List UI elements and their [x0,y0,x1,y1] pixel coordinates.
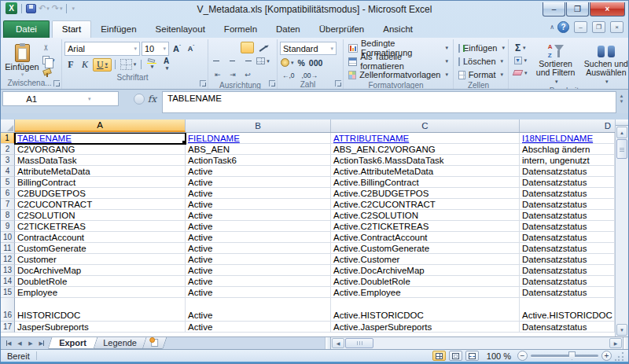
row-header-5[interactable]: 5 [1,177,15,188]
cell-B14[interactable]: Active [186,276,331,287]
ribbon-tab-ansicht[interactable]: Ansicht [373,21,422,38]
underline-button[interactable]: U [93,58,112,72]
increase-decimal-button[interactable]: ←,0 [280,70,297,81]
cell-C4[interactable]: Active.AttributeMetaData [331,166,520,177]
cut-button[interactable]: ✂ [41,42,57,53]
font-color-button[interactable]: A [160,58,173,71]
page-layout-view-button[interactable] [449,351,462,361]
cell-D17[interactable]: Datensatzstatus [520,322,615,333]
cell-D9[interactable]: Datensatzstatus [520,221,615,232]
workbook-close-button[interactable]: × [610,21,623,33]
font-size-combo[interactable]: 10▾ [142,42,169,56]
comma-style-button[interactable]: 000 [308,57,324,68]
ribbon-tab-formeln[interactable]: Formeln [215,21,267,38]
close-button[interactable]: × [590,2,625,17]
vertical-scroll-thumb[interactable] [616,139,627,159]
cell-C1[interactable]: ATTRIBUTENAME [331,133,520,144]
scroll-right-button[interactable]: ▶ [609,338,622,348]
cell-A3[interactable]: MassDataTask [15,155,186,166]
wrap-text-button[interactable]: ↩ [241,68,255,81]
zoom-slider[interactable] [531,355,598,357]
cell-D5[interactable]: Datensatzstatus [520,177,615,188]
cell-D16[interactable]: Active.HISTORICDOC [520,298,615,322]
shrink-font-button[interactable]: Aˇ [185,42,197,56]
cell-A10[interactable]: ContractAccount [15,232,186,243]
horizontal-scroll-track[interactable] [373,337,609,349]
cell-B10[interactable]: Active [186,232,331,243]
cell-B4[interactable]: Active [186,166,331,177]
cell-B13[interactable]: Active [186,265,331,276]
horizontal-split-box[interactable] [623,337,628,349]
previous-sheet-button[interactable]: ◀ [15,339,24,348]
page-break-view-button[interactable] [465,351,479,361]
cell-C8[interactable]: Active.C2SOLUTION [331,210,520,221]
cell-A9[interactable]: C2TICKETREAS [15,221,186,232]
horizontal-scroll-thumb[interactable] [345,338,373,348]
column-header-C[interactable]: C [331,119,520,132]
cell-A11[interactable]: CustomGenerate [15,243,186,254]
font-dialog-launcher[interactable] [200,80,206,86]
cell-D15[interactable]: Datensatzstatus [520,287,615,298]
cell-C15[interactable]: Active.Employee [331,287,520,298]
cell-B16[interactable]: Active [186,298,331,322]
cell-B8[interactable]: Active [186,210,331,221]
cell-D3[interactable]: intern, ungenutzt [520,155,615,166]
cell-D8[interactable]: Datensatzstatus [520,210,615,221]
fill-button[interactable]: ▼ [511,54,530,66]
redo-dropdown-icon[interactable]: ▾ [60,6,63,12]
workbook-restore-button[interactable]: ❐ [592,21,605,33]
cell-A14[interactable]: DoubletRole [15,276,186,287]
cell-C5[interactable]: Active.BillingContract [331,177,520,188]
row-header-4[interactable]: 4 [1,166,15,177]
maximize-button[interactable]: ❐ [566,2,589,17]
cell-B17[interactable]: Active [186,322,331,333]
align-left-button[interactable] [211,55,224,67]
row-header-1[interactable]: 1 [1,133,15,144]
percent-style-button[interactable]: % [297,57,306,68]
cell-B5[interactable]: Active [186,177,331,188]
help-icon[interactable]: ? [557,21,569,33]
cell-A2[interactable]: C2VORGANG [15,144,186,155]
cell-A6[interactable]: C2BUDGETPOS [15,188,186,199]
row-header-9[interactable]: 9 [1,221,15,232]
format-painter-button[interactable] [41,67,57,79]
select-all-corner[interactable] [1,119,15,132]
align-bottom-button[interactable] [241,42,254,53]
expand-formula-bar-button[interactable]: ▲▼ [616,91,627,113]
undo-button[interactable]: ↶▾ [39,3,50,13]
cell-C17[interactable]: Active.JasperSubreports [331,322,520,333]
italic-button[interactable]: K [79,58,91,72]
cell-C12[interactable]: Active.Customer [331,254,520,265]
scroll-up-button[interactable]: ▲ [616,127,627,138]
cell-styles-button[interactable]: Zellenformatvorlagen [346,68,451,81]
cell-D7[interactable]: Datensatzstatus [520,199,615,210]
bold-button[interactable]: F [64,58,77,72]
autosum-button[interactable]: Σ [511,42,530,53]
format-cells-button[interactable]: Format [456,68,506,81]
row-header-16[interactable]: 16 [1,298,15,322]
increase-indent-button[interactable]: ⇥ [226,68,240,81]
align-right-button[interactable] [241,55,254,67]
cell-C9[interactable]: Active.C2TICKETREAS [331,221,520,232]
cell-A7[interactable]: C2CUCONTRACT [15,199,186,210]
column-header-B[interactable]: B [186,119,331,132]
cell-B6[interactable]: Active [186,188,331,199]
sheet-tab-legende[interactable]: Legende [91,337,148,349]
copy-button[interactable] [41,54,57,66]
tab-split-handle[interactable] [326,337,331,349]
cell-C13[interactable]: Active.DocArchiveMap [331,265,520,276]
scroll-left-button[interactable]: ◀ [332,338,344,348]
row-header-7[interactable]: 7 [1,199,15,210]
row-header-2[interactable]: 2 [1,144,15,155]
formula-input[interactable]: TABLENAME [162,91,616,113]
delete-cells-button[interactable]: Löschen [456,55,506,68]
decrease-indent-button[interactable]: ⇤ [211,68,225,81]
ribbon-tab-seitenlayout[interactable]: Seitenlayout [146,21,215,38]
align-center-button[interactable] [226,55,239,67]
number-dialog-launcher[interactable] [335,80,341,86]
scroll-down-button[interactable]: ▼ [616,324,627,336]
sort-filter-button[interactable]: AZ Sortieren und Filtern [532,41,580,86]
row-header-17[interactable]: 17 [1,322,15,333]
normal-view-button[interactable] [432,351,446,361]
row-header-6[interactable]: 6 [1,188,15,199]
